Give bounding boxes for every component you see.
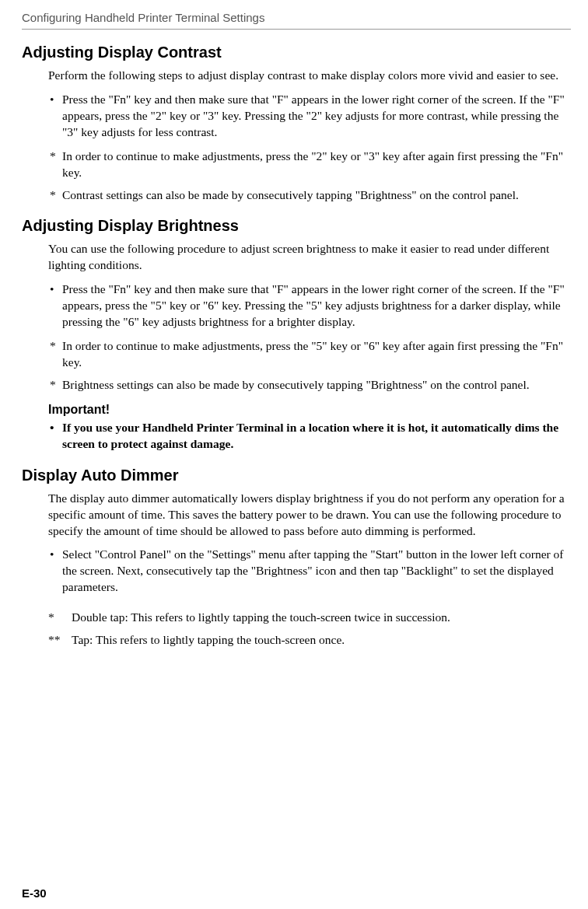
- brightness-note-2: Brightness settings can also be made by …: [48, 377, 571, 393]
- footnote-text-2: Tap: This refers to lightly tapping the …: [72, 633, 345, 646]
- important-body: If you use your Handheld Printer Termina…: [48, 420, 571, 453]
- footnote-double-tap: * Double tap: This refers to lightly tap…: [48, 610, 571, 626]
- contrast-note-2: Contrast settings can also be made by co…: [48, 187, 571, 204]
- running-head: Configuring Handheld Printer Terminal Se…: [22, 11, 571, 24]
- footnote-tap: ** Tap: This refers to lightly tapping t…: [48, 632, 571, 649]
- brightness-note-1: In order to continue to make adjustments…: [48, 338, 571, 371]
- brightness-step-1: Press the "Fn" key and then make sure th…: [48, 281, 571, 330]
- header-rule: [22, 29, 571, 30]
- important-heading: Important!: [48, 403, 571, 417]
- heading-dimmer: Display Auto Dimmer: [22, 467, 571, 484]
- footnote-text-1: Double tap: This refers to lightly tappi…: [72, 610, 450, 624]
- contrast-note-1: In order to continue to make adjustments…: [48, 149, 571, 181]
- heading-contrast: Adjusting Display Contrast: [22, 44, 571, 61]
- heading-brightness: Adjusting Display Brightness: [22, 217, 571, 235]
- brightness-intro: You can use the following procedure to a…: [48, 241, 571, 274]
- contrast-intro: Perform the following steps to adjust di…: [48, 68, 571, 84]
- footnote-marker-2: **: [48, 632, 61, 649]
- page-number: E-30: [22, 886, 47, 900]
- footnote-marker-1: *: [48, 610, 54, 626]
- dimmer-intro: The display auto dimmer automatically lo…: [48, 491, 571, 540]
- dimmer-step-1: Select "Control Panel" on the "Settings"…: [48, 547, 571, 596]
- contrast-step-1: Press the "Fn" key and then make sure th…: [48, 92, 571, 141]
